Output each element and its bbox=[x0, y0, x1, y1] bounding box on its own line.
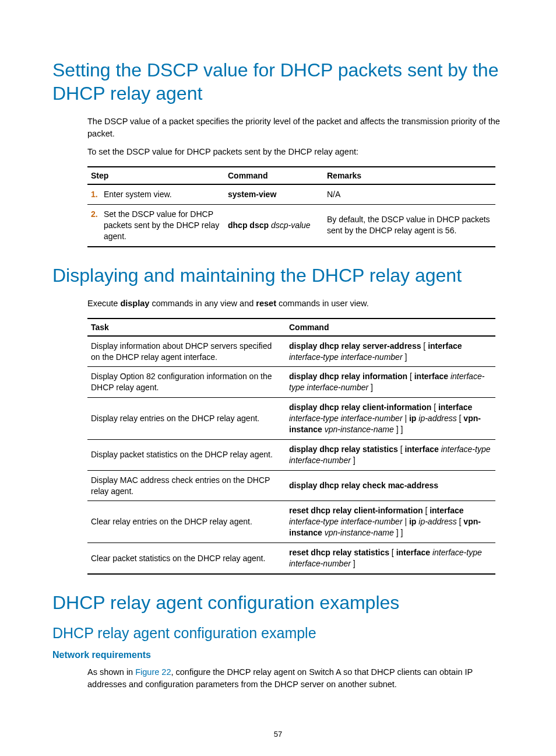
table-row: Display Option 82 configuration informat… bbox=[87, 367, 495, 398]
page-number: 57 bbox=[52, 730, 504, 738]
table-row: Display MAC address check entries on the… bbox=[87, 470, 495, 501]
command-cell: reset dhcp relay statistics [ interface … bbox=[286, 543, 495, 574]
th-command: Command bbox=[224, 167, 323, 184]
command-cell: display dhcp relay server-address [ inte… bbox=[286, 336, 495, 367]
th-task: Task bbox=[87, 318, 286, 336]
table-row: 1.Enter system view.system-viewN/A bbox=[87, 184, 495, 204]
command-cell: display dhcp relay statistics [ interfac… bbox=[286, 439, 495, 470]
remarks-cell: By default, the DSCP value in DHCP packe… bbox=[323, 204, 495, 246]
table-row: Display information about DHCP servers s… bbox=[87, 336, 495, 367]
table-row: Clear packet statistics on the DHCP rela… bbox=[87, 543, 495, 574]
step-cell: 1.Enter system view. bbox=[87, 185, 224, 204]
heading-display-maintain: Displaying and maintaining the DHCP rela… bbox=[52, 264, 504, 287]
th-command: Command bbox=[286, 318, 495, 336]
heading-config-examples: DHCP relay agent configuration examples bbox=[52, 591, 504, 614]
table-row: Display packet statistics on the DHCP re… bbox=[87, 439, 495, 470]
task-cell: Display relay entries on the DHCP relay … bbox=[87, 398, 286, 440]
para-network-req: As shown in Figure 22, configure the DHC… bbox=[52, 666, 504, 691]
para-display-intro: Execute display commands in any view and… bbox=[52, 298, 504, 310]
figure-22-link[interactable]: Figure 22 bbox=[135, 667, 171, 677]
task-cell: Display Option 82 configuration informat… bbox=[87, 367, 286, 398]
table-row: Display relay entries on the DHCP relay … bbox=[87, 398, 495, 440]
table-dscp-steps: Step Command Remarks 1.Enter system view… bbox=[87, 166, 495, 247]
task-cell: Display information about DHCP servers s… bbox=[87, 336, 286, 367]
command-cell: display dhcp relay information [ interfa… bbox=[286, 367, 495, 398]
command-cell: display dhcp relay check mac-address bbox=[286, 470, 495, 501]
task-cell: Display packet statistics on the DHCP re… bbox=[87, 439, 286, 470]
heading-dscp: Setting the DSCP value for DHCP packets … bbox=[52, 58, 504, 105]
para-dscp-1: The DSCP value of a packet specifies the… bbox=[52, 116, 504, 140]
heading-network-requirements: Network requirements bbox=[52, 650, 504, 660]
table-display-commands: Task Command Display information about D… bbox=[87, 318, 495, 575]
command-cell: dhcp dscp dscp-value bbox=[224, 204, 323, 246]
th-remarks: Remarks bbox=[323, 167, 495, 184]
th-step: Step bbox=[87, 167, 224, 184]
task-cell: Clear packet statistics on the DHCP rela… bbox=[87, 543, 286, 574]
command-cell: reset dhcp relay client-information [ in… bbox=[286, 501, 495, 543]
para-dscp-2: To set the DSCP value for DHCP packets s… bbox=[52, 146, 504, 158]
command-cell: display dhcp relay client-information [ … bbox=[286, 398, 495, 440]
step-cell: 2.Set the DSCP value for DHCP packets se… bbox=[87, 205, 224, 246]
task-cell: Clear relay entries on the DHCP relay ag… bbox=[87, 501, 286, 543]
remarks-cell: N/A bbox=[323, 184, 495, 204]
table-row: Clear relay entries on the DHCP relay ag… bbox=[87, 501, 495, 543]
table-row: 2.Set the DSCP value for DHCP packets se… bbox=[87, 204, 495, 246]
task-cell: Display MAC address check entries on the… bbox=[87, 470, 286, 501]
command-cell: system-view bbox=[224, 184, 323, 204]
heading-config-example: DHCP relay agent configuration example bbox=[52, 625, 504, 642]
